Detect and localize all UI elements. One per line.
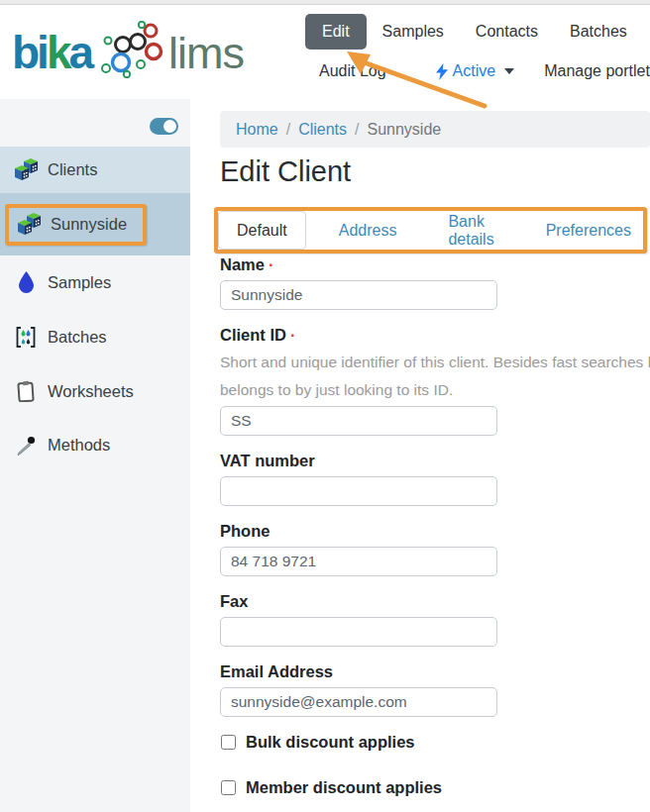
sidebar-item-clients[interactable]: Clients [0,147,190,193]
required-marker: · [290,326,296,344]
client-id-label: Client ID· [220,326,646,345]
tab-edit[interactable]: Edit [305,14,367,50]
vat-field[interactable] [220,476,497,506]
sidebar-item-label: Samples [48,273,111,292]
logo-text-bika: bika [12,30,91,75]
lightning-icon [436,63,448,80]
breadcrumb-separator: / [355,121,359,139]
sidebar-item-label: Batches [48,328,107,347]
client-id-field[interactable] [220,406,497,436]
tab-samples[interactable]: Samples [382,23,444,41]
client-cubes-icon [16,212,42,238]
tab-bank-details[interactable]: Bank details [429,211,512,250]
content-actions-nav: Edit Samples Contacts Batches [305,14,627,50]
sidebar-item-label: Methods [48,436,110,455]
required-marker: · [269,255,274,273]
breadcrumb-home-link[interactable]: Home [236,121,278,139]
method-pipette-icon [13,432,39,457]
tab-batches[interactable]: Batches [570,23,627,41]
fax-field[interactable] [220,617,497,647]
field-group-vat: VAT number [220,452,646,506]
client-id-help-line2: belongs to by just looking to its ID. [220,378,646,401]
breadcrumb-separator: / [286,121,290,139]
molecule-icon [99,21,164,78]
annotation-box-sunnyside: Sunnyside [5,204,147,246]
breadcrumb-current: Sunnyside [368,121,442,139]
sidebar-item-label: Worksheets [48,382,134,401]
edit-client-form: Name· Client ID· Short and unique identi… [220,255,646,797]
member-discount-label: Member discount applies [246,778,442,797]
sidebar-item-batches[interactable]: Batches [0,322,190,352]
clients-cubes-icon [13,157,39,183]
bulk-discount-checkbox[interactable] [221,735,236,750]
tab-default[interactable]: Default [218,211,306,250]
sample-drop-icon [13,269,39,295]
workflow-state-dropdown[interactable]: Active [436,62,515,80]
tab-manage-portlets[interactable]: Manage portlets [544,62,650,80]
sidebar-item-sunnyside[interactable]: Sunnyside [0,193,190,255]
sidebar-item-methods[interactable]: Methods [0,430,190,459]
tab-contacts[interactable]: Contacts [476,23,538,41]
bulk-discount-row: Bulk discount applies [220,733,646,752]
tab-audit-log[interactable]: Audit Log [319,62,386,80]
email-field[interactable] [220,687,497,717]
name-label: Name· [220,255,646,274]
page-title: Edit Client [220,155,351,188]
phone-field[interactable] [220,547,497,576]
member-discount-row: Member discount applies [220,778,646,797]
bika-lims-app: bika lims Edit Samples Contacts Batches … [0,0,650,812]
breadcrumb: Home / Clients / Sunnyside [220,111,650,148]
sidebar-toggle-switch[interactable] [150,118,178,135]
chevron-down-icon [504,68,514,74]
fax-label: Fax [220,592,646,611]
fieldset-tabs-annotation-box: Default Address Bank details Preferences [214,207,647,254]
field-group-client-id: Client ID· Short and unique identifier o… [220,326,646,436]
tab-preferences[interactable]: Preferences [527,211,650,250]
field-group-name: Name· [220,255,646,310]
bulk-discount-label: Bulk discount applies [246,733,415,752]
sidebar-item-worksheets[interactable]: Worksheets [0,376,190,406]
name-field[interactable] [220,280,497,310]
email-label: Email Address [220,662,646,681]
client-id-help-line1: Short and unique identifier of this clie… [220,351,646,373]
tab-address[interactable]: Address [320,211,416,250]
logo-text-lims: lims [168,31,244,75]
member-discount-checkbox[interactable] [221,780,236,795]
main-content: Home / Clients / Sunnyside Edit Client D… [190,99,650,812]
top-divider [0,0,650,5]
breadcrumb-clients-link[interactable]: Clients [298,121,347,139]
sidebar-item-label: Sunnyside [51,215,127,234]
phone-label: Phone [220,522,646,541]
field-group-phone: Phone [220,522,646,576]
secondary-actions-nav: Audit Log Active Manage portlets [319,62,650,80]
sidebar-item-label: Clients [48,160,97,179]
field-group-fax: Fax [220,592,646,647]
batches-brackets-icon [13,324,39,350]
field-group-email: Email Address [220,662,646,717]
sidebar: Clients [0,99,190,812]
worksheet-clipboard-icon [13,378,39,404]
workflow-state-label: Active [453,62,496,80]
sidebar-item-samples[interactable]: Samples [0,267,190,297]
bika-lims-logo[interactable]: bika lims [12,27,244,78]
vat-label: VAT number [220,452,646,470]
